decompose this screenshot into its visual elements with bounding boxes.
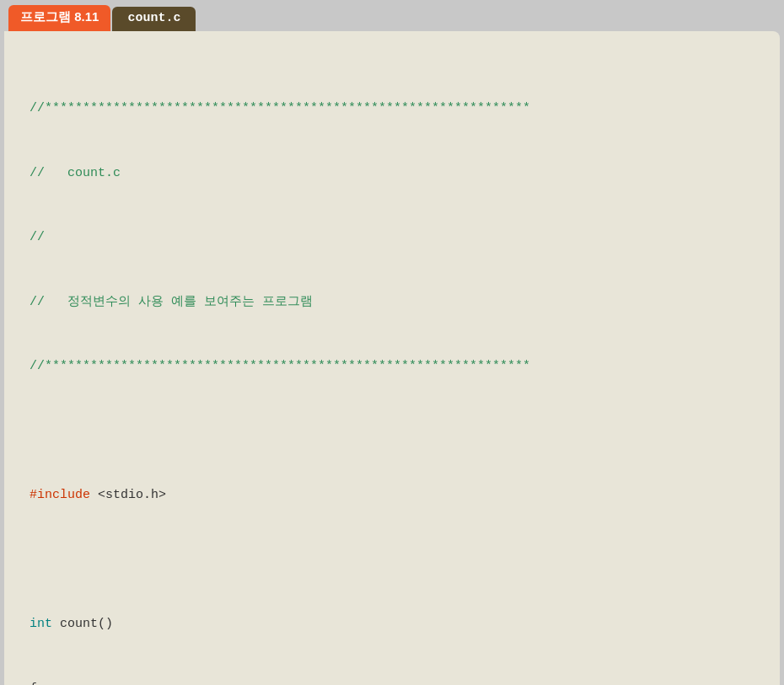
include-line: #include <stdio.h> xyxy=(30,484,754,506)
code-container: //**************************************… xyxy=(4,31,780,685)
comment-line-5: //**************************************… xyxy=(30,356,754,377)
tab-file[interactable]: count.c xyxy=(112,7,196,31)
blank-1 xyxy=(30,420,754,442)
comment-line-1: //**************************************… xyxy=(30,98,754,120)
comment-line-2: // count.c xyxy=(30,163,754,185)
tab-program[interactable]: 프로그램 8.11 xyxy=(8,5,110,31)
blank-2 xyxy=(30,549,754,571)
brace-open-1: { xyxy=(30,678,754,686)
tab-bar: 프로그램 8.11 count.c xyxy=(0,0,784,31)
comment-line-4: // 정적변수의 사용 예를 보여주는 프로그램 xyxy=(30,292,754,313)
code-block: //**************************************… xyxy=(30,55,754,685)
comment-line-3: // xyxy=(30,227,754,249)
count-decl-line: int count() xyxy=(30,613,754,635)
